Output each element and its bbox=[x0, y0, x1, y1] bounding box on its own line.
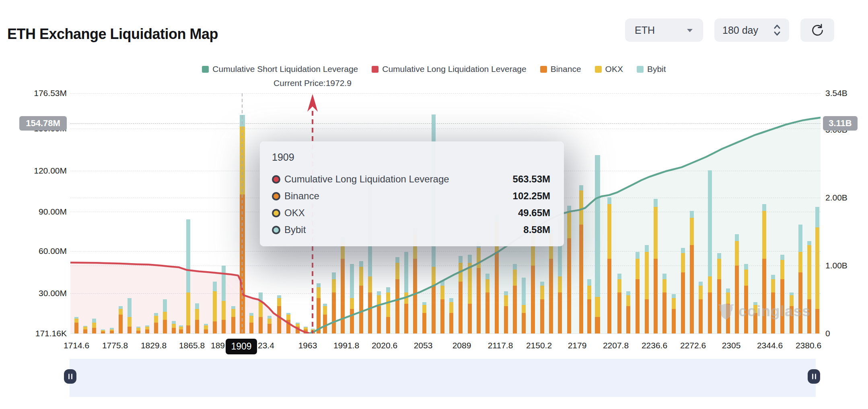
legend: Cumulative Short Liquidation LeverageCum… bbox=[0, 64, 868, 74]
x-axis-tick: 1775.8 bbox=[102, 341, 128, 350]
navigator-left-handle[interactable] bbox=[64, 369, 76, 384]
tooltip-row-1: Cumulative Long Liquidation Leverage563.… bbox=[272, 174, 550, 185]
x-axis-tick: 2236.6 bbox=[642, 341, 667, 350]
tooltip-title: 1909 bbox=[272, 151, 550, 163]
coinglass-bull-icon bbox=[717, 302, 735, 321]
period-select-value: 180 day bbox=[722, 25, 758, 36]
x-axis-tick: 23.4 bbox=[258, 341, 274, 350]
x-axis-tick: 2344.6 bbox=[757, 341, 783, 350]
x-axis-tick: 1865.8 bbox=[179, 341, 205, 350]
header-controls: ETH 180 day bbox=[625, 18, 834, 42]
liquidation-map-page: { "header": {"title": "ETH Exchange Liqu… bbox=[0, 0, 868, 409]
refresh-icon bbox=[810, 23, 825, 37]
legend-label: Binance bbox=[551, 64, 581, 74]
tooltip-series-marker bbox=[272, 192, 280, 200]
tooltip-row-2: Binance102.25M bbox=[272, 190, 550, 202]
tooltip-series-marker bbox=[272, 226, 280, 234]
chevron-down-icon bbox=[686, 28, 693, 33]
left-axis-tick: 171.16K bbox=[11, 329, 67, 338]
range-navigator-track[interactable] bbox=[70, 359, 816, 397]
tooltip-series-marker bbox=[272, 209, 280, 217]
tooltip-series-label: Cumulative Long Liquidation Leverage bbox=[284, 174, 513, 185]
right-axis-tick: 3.54B bbox=[825, 88, 868, 98]
tooltip-series-label: OKX bbox=[284, 207, 518, 219]
period-select[interactable]: 180 day bbox=[714, 18, 789, 42]
right-axis-cursor-badge: 3.11B bbox=[823, 116, 858, 131]
legend-item-2[interactable]: Cumulative Long Liquidation Leverage bbox=[372, 64, 526, 74]
x-axis-tick: 2020.6 bbox=[372, 341, 397, 350]
legend-label: Bybit bbox=[647, 64, 666, 74]
legend-swatch bbox=[595, 66, 602, 73]
tooltip-series-marker bbox=[272, 175, 280, 184]
left-axis-tick: 90.00M bbox=[11, 207, 67, 217]
stepper-icons bbox=[773, 24, 781, 37]
x-axis-tick: 1714.6 bbox=[64, 341, 89, 350]
legend-item-1[interactable]: Cumulative Short Liquidation Leverage bbox=[202, 64, 358, 74]
watermark: coinglass bbox=[717, 302, 811, 321]
symbol-select-value: ETH bbox=[635, 25, 655, 36]
chart-tooltip: 1909 Cumulative Long Liquidation Leverag… bbox=[260, 141, 564, 246]
x-axis-tick: 1963 bbox=[298, 341, 317, 350]
right-axis-tick: 2.00B bbox=[825, 193, 868, 202]
left-axis-tick: 60.00M bbox=[11, 246, 67, 256]
legend-label: OKX bbox=[605, 64, 623, 74]
x-axis-tick: 2089 bbox=[453, 341, 471, 350]
x-axis-line bbox=[70, 333, 821, 334]
page-title: ETH Exchange Liquidation Map bbox=[7, 26, 218, 43]
legend-item-4[interactable]: OKX bbox=[595, 64, 623, 74]
legend-item-3[interactable]: Binance bbox=[540, 64, 581, 74]
legend-label: Cumulative Long Liquidation Leverage bbox=[382, 64, 526, 74]
tooltip-series-value: 102.25M bbox=[513, 190, 550, 202]
right-axis-tick: 1.00B bbox=[825, 261, 868, 270]
left-axis-tick: 30.00M bbox=[11, 288, 67, 298]
left-axis-cursor-badge: 154.78M bbox=[19, 116, 67, 131]
x-axis-tick: 1829.8 bbox=[141, 341, 167, 350]
x-axis-tick: 2117.8 bbox=[488, 341, 513, 350]
legend-swatch bbox=[540, 66, 547, 73]
x-axis-tick: 2179 bbox=[568, 341, 587, 350]
x-axis-tick: 2150.2 bbox=[526, 341, 552, 350]
tooltip-series-label: Binance bbox=[284, 190, 513, 202]
tooltip-series-value: 8.58M bbox=[523, 224, 550, 235]
x-axis-tick: 189 bbox=[211, 341, 225, 350]
tooltip-series-value: 563.53M bbox=[513, 174, 550, 185]
legend-item-5[interactable]: Bybit bbox=[637, 64, 666, 74]
legend-swatch bbox=[637, 66, 644, 73]
tooltip-series-label: Bybit bbox=[284, 224, 523, 235]
x-axis-tick: 2305 bbox=[722, 341, 741, 350]
x-axis-cursor-badge: 1909 bbox=[226, 339, 257, 354]
tooltip-row-3: OKX49.65M bbox=[272, 207, 550, 219]
x-axis-tick: 2053 bbox=[414, 341, 433, 350]
left-axis-tick: 176.53M bbox=[11, 88, 67, 98]
cumulative-long-line bbox=[70, 263, 310, 333]
x-axis-tick: 1991.8 bbox=[333, 341, 359, 350]
navigator-right-handle[interactable] bbox=[808, 369, 820, 384]
legend-swatch bbox=[202, 66, 209, 73]
current-price-label: Current Price:1972.9 bbox=[274, 78, 352, 88]
right-axis-tick: 0 bbox=[825, 329, 868, 338]
current-price-arrowhead bbox=[307, 94, 318, 112]
tooltip-row-4: Bybit8.58M bbox=[272, 224, 550, 235]
x-axis-tick: 2207.8 bbox=[603, 341, 629, 350]
x-axis-tick: 2380.6 bbox=[796, 341, 821, 350]
watermark-text: coinglass bbox=[738, 303, 811, 320]
x-axis-tick: 2272.6 bbox=[680, 341, 706, 350]
legend-label: Cumulative Short Liquidation Leverage bbox=[212, 64, 358, 74]
legend-swatch bbox=[372, 66, 378, 73]
symbol-select[interactable]: ETH bbox=[625, 18, 703, 42]
left-axis-tick: 120.00M bbox=[11, 166, 67, 176]
refresh-button[interactable] bbox=[800, 18, 834, 42]
tooltip-series-value: 49.65M bbox=[518, 207, 550, 219]
tooltip-rows: Cumulative Long Liquidation Leverage563.… bbox=[272, 174, 550, 235]
